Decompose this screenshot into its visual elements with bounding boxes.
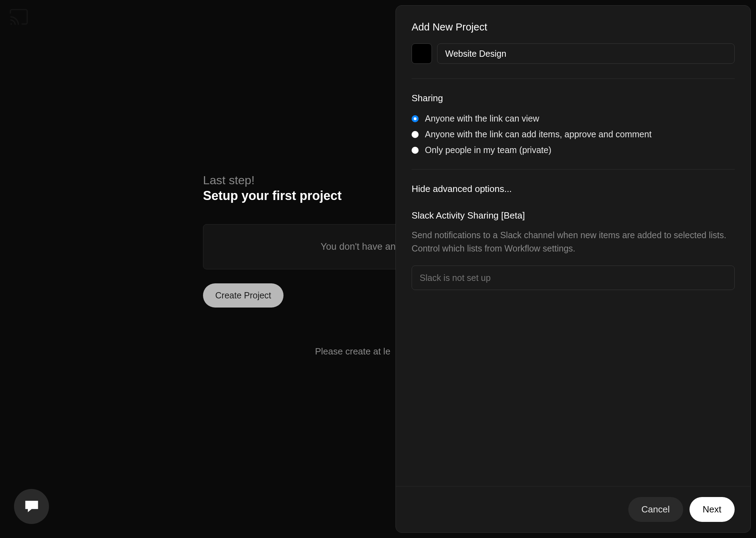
- sharing-option-view[interactable]: Anyone with the link can view: [412, 113, 735, 124]
- create-project-button[interactable]: Create Project: [203, 283, 284, 308]
- next-button[interactable]: Next: [690, 497, 735, 522]
- chat-icon: [24, 499, 40, 513]
- divider: [412, 169, 735, 170]
- add-project-modal: Add New Project Sharing Anyone with the …: [396, 5, 751, 533]
- project-name-input[interactable]: [437, 43, 735, 64]
- chat-fab[interactable]: [14, 489, 49, 524]
- modal-footer: Cancel Next: [396, 486, 750, 532]
- radio-label: Anyone with the link can add items, appr…: [425, 129, 652, 139]
- modal-body: Add New Project Sharing Anyone with the …: [396, 6, 750, 486]
- radio-label: Anyone with the link can view: [425, 113, 539, 124]
- sharing-radio-group: Anyone with the link can view Anyone wit…: [412, 113, 735, 155]
- project-color-swatch[interactable]: [412, 43, 432, 64]
- radio-icon: [412, 131, 419, 138]
- radio-label: Only people in my team (private): [425, 145, 551, 155]
- sharing-section-title: Sharing: [412, 93, 735, 104]
- project-name-row: [412, 43, 735, 64]
- slack-description: Send notifications to a Slack channel wh…: [412, 229, 735, 255]
- radio-icon: [412, 147, 419, 154]
- cast-icon: [9, 9, 28, 25]
- cancel-button[interactable]: Cancel: [628, 497, 683, 522]
- radio-icon: [412, 115, 419, 122]
- toggle-advanced-options[interactable]: Hide advanced options...: [412, 184, 735, 194]
- divider: [412, 78, 735, 79]
- sharing-option-private[interactable]: Only people in my team (private): [412, 145, 735, 155]
- slack-channel-input[interactable]: [412, 265, 735, 290]
- slack-section-title: Slack Activity Sharing [Beta]: [412, 210, 735, 221]
- sharing-option-contribute[interactable]: Anyone with the link can add items, appr…: [412, 129, 735, 139]
- modal-title: Add New Project: [412, 21, 735, 33]
- svg-point-0: [10, 23, 12, 25]
